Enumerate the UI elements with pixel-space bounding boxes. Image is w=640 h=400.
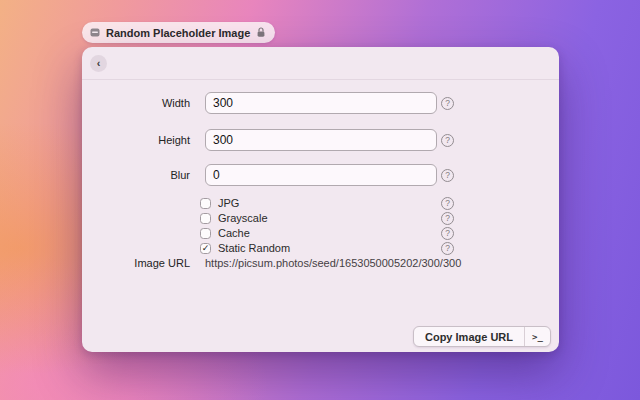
- check-icon: ✓: [202, 244, 210, 253]
- height-label: Height: [82, 134, 190, 146]
- static-random-option-row: ✓ Static Random ?: [200, 242, 454, 254]
- help-icon[interactable]: ?: [441, 134, 454, 147]
- width-input[interactable]: [205, 92, 437, 114]
- blur-row: Blur ?: [82, 164, 454, 186]
- jpg-label: JPG: [218, 197, 239, 209]
- terminal-icon[interactable]: >_: [524, 327, 550, 346]
- image-url-label: Image URL: [82, 257, 190, 269]
- app-window: ‹ Width ? Height ? Blur ? ✓ JPG ?: [82, 47, 559, 352]
- help-icon[interactable]: ?: [441, 97, 454, 110]
- jpg-checkbox[interactable]: ✓: [200, 198, 211, 209]
- app-title-pill[interactable]: Random Placeholder Image: [82, 22, 275, 43]
- height-row: Height ?: [82, 129, 454, 151]
- copy-image-url-button[interactable]: Copy Image URL: [414, 327, 524, 346]
- help-icon[interactable]: ?: [441, 242, 454, 255]
- height-input[interactable]: [205, 129, 437, 151]
- help-icon[interactable]: ?: [441, 212, 454, 225]
- lock-icon: [256, 27, 266, 38]
- cache-checkbox[interactable]: ✓: [200, 228, 211, 239]
- width-label: Width: [82, 97, 190, 109]
- help-icon[interactable]: ?: [441, 227, 454, 240]
- blur-label: Blur: [82, 169, 190, 181]
- app-window-icon: [90, 28, 100, 37]
- back-button[interactable]: ‹: [90, 55, 107, 72]
- static-random-checkbox[interactable]: ✓: [200, 243, 211, 254]
- desktop-wallpaper: Random Placeholder Image ‹ Width ? Heigh…: [0, 0, 640, 400]
- window-header: ‹: [82, 47, 559, 80]
- cache-label: Cache: [218, 227, 250, 239]
- image-url-value: https://picsum.photos/seed/1653050005202…: [205, 257, 461, 269]
- app-title: Random Placeholder Image: [106, 27, 250, 39]
- blur-input[interactable]: [205, 164, 437, 186]
- grayscale-option-row: ✓ Grayscale ?: [200, 212, 454, 224]
- static-random-label: Static Random: [218, 242, 290, 254]
- jpg-option-row: ✓ JPG ?: [200, 197, 454, 209]
- cache-option-row: ✓ Cache ?: [200, 227, 454, 239]
- help-icon[interactable]: ?: [441, 197, 454, 210]
- help-icon[interactable]: ?: [441, 169, 454, 182]
- width-row: Width ?: [82, 92, 454, 114]
- footer-split-button: Copy Image URL >_: [413, 326, 551, 347]
- options-group: ✓ JPG ? ✓ Grayscale ? ✓ Cache ? ✓ Static…: [200, 197, 454, 257]
- grayscale-checkbox[interactable]: ✓: [200, 213, 211, 224]
- grayscale-label: Grayscale: [218, 212, 268, 224]
- image-url-row: Image URL https://picsum.photos/seed/165…: [82, 256, 461, 270]
